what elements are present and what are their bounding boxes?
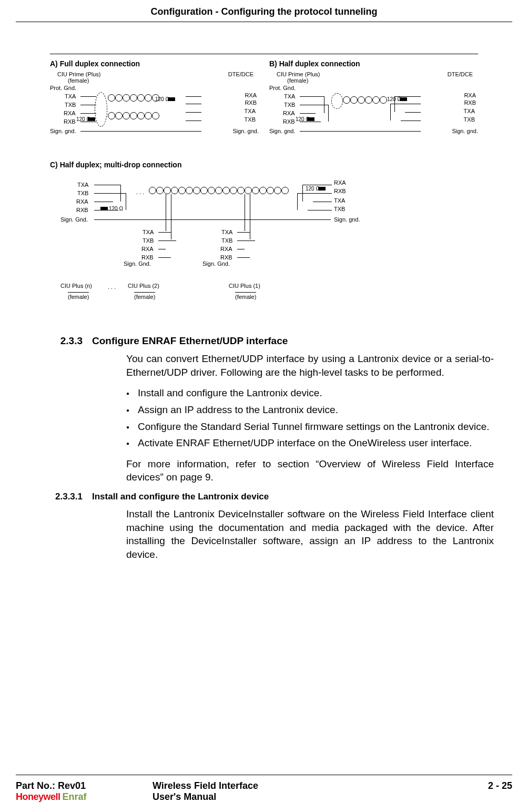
list-item: Assign an IP address to the Lantronix de…	[126, 403, 494, 417]
c-d1-4: Sign. Gnd.	[124, 260, 151, 267]
c-d2-2: RXA	[220, 246, 232, 252]
page-header: Configuration - Configuring the protocol…	[16, 0, 512, 22]
c-d1-1: TXB	[143, 237, 154, 244]
b-right-top: DTE/DCE	[448, 71, 473, 77]
c-pin-r4: Sign. gnd.	[334, 216, 360, 223]
b-pin-l3: RXA	[283, 110, 295, 116]
c-d2-4: Sign. Gnd.	[202, 260, 230, 267]
a-pin-r2: TXA	[245, 108, 256, 114]
a-pin-r3: TXB	[245, 116, 256, 123]
b-pin-l2: TXB	[284, 102, 295, 108]
diagram-a-title: A) Full duplex connection	[50, 59, 259, 68]
c-ohm-1: 120 Ω	[109, 206, 123, 212]
c-dots-bottom: . . .	[108, 284, 116, 290]
c-ohm-2: 120 Ω	[306, 186, 320, 192]
a-pin-l2: TXB	[65, 102, 76, 108]
bullet-list: Install and configure the Lantronix devi…	[126, 386, 494, 450]
a-pin-l1: TXA	[65, 93, 76, 99]
diagram-b-title: B) Half duplex connection	[269, 59, 478, 68]
c-d1-2: RXA	[141, 246, 154, 252]
c-bottom-0: CIU Plus (n)	[60, 283, 92, 289]
part-number: Part No.: Rev01	[16, 780, 153, 791]
a-pin-l0: Prot. Gnd.	[50, 85, 76, 91]
c-pin-l0: TXA	[77, 182, 88, 188]
c-female-0: (female)	[68, 292, 89, 300]
a-pin-l3: RXA	[64, 110, 76, 116]
a-ohm-2: 120 Ω	[76, 116, 90, 122]
b-left-top: CIU Prime (Plus)	[277, 71, 320, 77]
a-left-sub: (female)	[68, 77, 89, 84]
section-heading-2.3.3.1: 2.3.3.1 Install and configure the Lantro…	[0, 492, 494, 502]
c-pin-r3: TXB	[334, 206, 345, 212]
paragraph: Install the Lantronix DeviceInstaller so…	[126, 507, 494, 562]
b-pin-l4: RXB	[283, 118, 295, 125]
honeywell-logo: Honeywell	[16, 791, 60, 803]
section-number: 2.3.3.1	[0, 492, 92, 502]
list-item: Activate ENRAF Ethernet/UDP interface on…	[126, 436, 494, 450]
diagram-c-title: C) Half duplex; multi-drop connection	[50, 161, 478, 169]
footer-doc-title: Wireless Field Interface	[153, 780, 488, 791]
paragraph: For more information, refer to section “…	[126, 457, 494, 484]
b-pin-l0: Prot. Gnd.	[269, 85, 296, 91]
section-heading-2.3.3: 2.3.3 Configure ENRAF Ethernet/UDP inter…	[0, 335, 494, 347]
c-pin-r2: TXA	[334, 197, 345, 204]
header-title: Configuration - Configuring the protocol…	[151, 6, 378, 17]
a-pin-l5: Sign. gnd.	[50, 128, 76, 134]
b-pin-l5: Sign. gnd.	[269, 128, 296, 134]
c-d1-0: TXA	[143, 229, 154, 235]
c-pin-l3: RXB	[76, 207, 88, 213]
b-pin-r1: RXB	[464, 99, 476, 106]
diagram-a: A) Full duplex connection CIU Prime (Plu…	[50, 59, 259, 145]
list-item: Install and configure the Lantronix devi…	[126, 386, 494, 400]
a-pin-r1: RXB	[245, 99, 257, 106]
resistor-icon	[100, 207, 108, 210]
brand-logo: Honeywell Enraf	[16, 791, 153, 803]
list-item: Configure the Standard Serial Tunnel fir…	[126, 420, 494, 434]
paragraph: You can convert Ethernet/UDP interface b…	[126, 352, 494, 379]
c-pin-l2: RXA	[76, 198, 88, 205]
a-left-top: CIU Prime (Plus)	[57, 71, 101, 77]
c-bottom-2: CIU Plus (1)	[229, 283, 260, 289]
a-pin-r4: Sign. gnd.	[232, 128, 259, 134]
c-d2-3: RXB	[220, 254, 232, 260]
a-pin-l4: RXB	[64, 118, 76, 125]
footer-doc-subtitle: User's Manual	[153, 791, 488, 803]
b-pin-l1: TXA	[284, 93, 295, 99]
page-footer: Part No.: Rev01 Honeywell Enraf Wireless…	[16, 775, 512, 803]
diagram-area: A) Full duplex connection CIU Prime (Plu…	[50, 54, 478, 319]
diagram-b: B) Half duplex connection CIU Prime (Plu…	[269, 59, 478, 145]
c-dots-top: . . .	[136, 189, 144, 195]
c-d2-0: TXA	[221, 229, 232, 235]
c-female-1: (female)	[134, 292, 155, 300]
a-ohm-1: 120 Ω	[155, 96, 169, 102]
c-bottom-1: CIU Plus (2)	[128, 283, 159, 289]
b-left-sub: (female)	[287, 77, 308, 84]
c-female-2: (female)	[235, 292, 256, 300]
c-d1-3: RXB	[141, 254, 154, 260]
section-title: Configure ENRAF Ethernet/UDP interface	[92, 335, 494, 347]
c-d2-1: TXB	[221, 237, 232, 244]
a-right-top: DTE/DCE	[228, 71, 253, 77]
section-title: Install and configure the Lantronix devi…	[92, 492, 494, 502]
section-number: 2.3.3	[0, 335, 92, 347]
c-pin-l1: TXB	[77, 190, 88, 196]
b-ohm-1: 120 Ω	[387, 96, 401, 102]
c-pin-r1: RXB	[334, 188, 346, 194]
c-pin-r0: RXA	[334, 179, 346, 186]
diagram-c: C) Half duplex; multi-drop connection TX…	[50, 161, 478, 319]
a-pin-r0: RXA	[245, 92, 257, 98]
b-ohm-2: 120 Ω	[296, 116, 310, 122]
enraf-logo: Enraf	[63, 791, 87, 803]
b-pin-r0: RXA	[464, 92, 476, 98]
c-pin-l4: Sign. Gnd.	[60, 216, 88, 223]
b-pin-r3: TXB	[464, 116, 475, 123]
page-number: 2 - 25	[488, 780, 512, 791]
b-pin-r4: Sign. gnd.	[452, 128, 478, 134]
b-pin-r2: TXA	[464, 108, 475, 114]
